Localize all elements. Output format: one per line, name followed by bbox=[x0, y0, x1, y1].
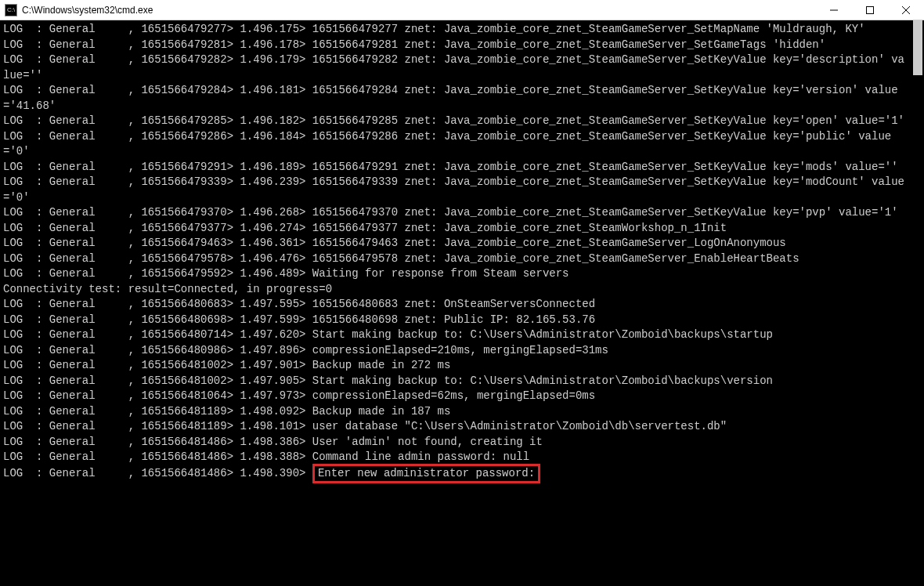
log-line: LOG : General , 1651566479285> 1.496.182… bbox=[3, 114, 908, 129]
password-prompt-highlight: Enter new administrator password: bbox=[312, 464, 540, 484]
log-line: LOG : General , 1651566479282> 1.496.179… bbox=[3, 52, 908, 83]
log-line: LOG : General , 1651566479592> 1.496.489… bbox=[3, 266, 908, 282]
log-line: LOG : General , 1651566480986> 1.497.896… bbox=[3, 343, 908, 359]
window-controls bbox=[816, 0, 924, 20]
log-line: LOG : General , 1651566479377> 1.496.274… bbox=[3, 221, 908, 237]
cmd-icon-label: C:\ bbox=[7, 7, 15, 13]
log-line: LOG : General , 1651566479291> 1.496.189… bbox=[3, 160, 908, 175]
scroll-thumb[interactable] bbox=[913, 20, 922, 75]
log-line: LOG : General , 1651566481002> 1.497.901… bbox=[3, 358, 908, 374]
log-line-prompt: LOG : General , 1651566481486> 1.498.390… bbox=[3, 465, 908, 483]
log-line: LOG : General , 1651566481189> 1.498.092… bbox=[3, 404, 908, 420]
log-line: LOG : General , 1651566479370> 1.496.268… bbox=[3, 205, 908, 221]
log-line: Connectivity test: result=Connected, in … bbox=[3, 282, 908, 298]
minimize-button[interactable] bbox=[816, 0, 852, 20]
window-title: C:\Windows\system32\cmd.exe bbox=[22, 5, 816, 16]
log-line: LOG : General , 1651566479339> 1.496.239… bbox=[3, 175, 908, 205]
log-line: LOG : General , 1651566479284> 1.496.181… bbox=[3, 83, 908, 114]
log-line: LOG : General , 1651566481002> 1.497.905… bbox=[3, 374, 908, 389]
scrollbar[interactable] bbox=[911, 20, 924, 586]
log-line: LOG : General , 1651566480698> 1.497.599… bbox=[3, 313, 908, 328]
log-line: LOG : General , 1651566481189> 1.498.101… bbox=[3, 419, 908, 435]
console-area: LOG : General , 1651566479277> 1.496.175… bbox=[0, 20, 924, 586]
maximize-button[interactable] bbox=[852, 0, 888, 20]
log-line: LOG : General , 1651566479463> 1.496.361… bbox=[3, 236, 908, 251]
console-output[interactable]: LOG : General , 1651566479277> 1.496.175… bbox=[0, 20, 911, 586]
log-line: LOG : General , 1651566480683> 1.497.595… bbox=[3, 297, 908, 313]
log-line: LOG : General , 1651566479277> 1.496.175… bbox=[3, 22, 908, 38]
log-line: LOG : General , 1651566479281> 1.496.178… bbox=[3, 38, 908, 53]
close-button[interactable] bbox=[888, 0, 924, 20]
log-line: LOG : General , 1651566480714> 1.497.620… bbox=[3, 327, 908, 343]
log-line: LOG : General , 1651566481486> 1.498.386… bbox=[3, 435, 908, 450]
cmd-icon: C:\ bbox=[5, 4, 17, 16]
log-line: LOG : General , 1651566479286> 1.496.184… bbox=[3, 129, 908, 160]
log-line: LOG : General , 1651566479578> 1.496.476… bbox=[3, 251, 908, 267]
svg-rect-1 bbox=[867, 6, 874, 13]
window-titlebar: C:\ C:\Windows\system32\cmd.exe bbox=[0, 0, 924, 20]
log-line: LOG : General , 1651566481064> 1.497.973… bbox=[3, 389, 908, 404]
